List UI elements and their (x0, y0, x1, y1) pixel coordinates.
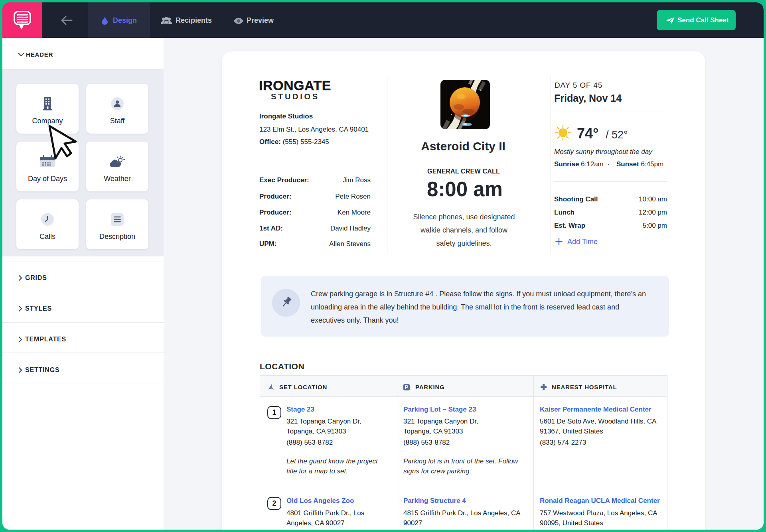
svg-text:P: P (405, 384, 408, 390)
